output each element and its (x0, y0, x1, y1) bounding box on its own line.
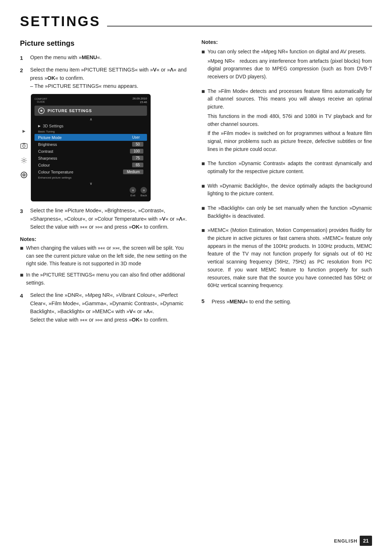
left-notes-list: ■ When changing the values with »‹« or »… (20, 244, 187, 287)
footer-page-number: 21 (360, 536, 372, 546)
tv-datetime: 26.09.201015:46 (132, 97, 147, 105)
picture-icon (20, 142, 28, 150)
step-5-wrapper: 5 Press »MENU« to end the setting. (201, 298, 372, 306)
two-column-layout: Picture settings 1 Open the menu with »M… (20, 39, 372, 327)
right-note-5-p1: The »Backlight« can only be set manually… (208, 204, 372, 220)
note-bullet-1: ■ (20, 244, 24, 268)
sharpness-label: Sharpness (38, 156, 57, 160)
step-5: 5 Press »MENU« to end the setting. (201, 298, 372, 306)
step-2: 2 Select the menu item »PICTURE SETTINGS… (20, 66, 187, 90)
brightness-label: Brightness (38, 142, 57, 147)
left-notes-section: Notes: ■ When changing the values with »… (20, 236, 187, 287)
page-footer: ENGLISH 21 (334, 536, 372, 546)
step-5-content: Press »MENU« to end the setting. (212, 298, 372, 306)
right-note-5: ■ The »Backlight« can only be set manual… (201, 204, 372, 221)
header-line (107, 26, 372, 26)
svg-rect-3 (23, 143, 25, 144)
step-5-number: 5 (201, 298, 208, 306)
back-btn-label: Back (140, 194, 147, 197)
right-note-bullet-5: ■ (201, 204, 205, 221)
colour-value: 65 (132, 163, 143, 167)
right-note-6-p1: »MEMC« (Motion Estimation, Motion Compen… (208, 226, 372, 290)
right-note-3: ■ The function »Dynamic Contrast« adapts… (201, 160, 372, 177)
step-4: 4 Select the line »DNR«, »Mpeg NR«, »Vib… (20, 291, 187, 324)
steps-list-2: 3 Select the line »Picture Mode«, »Brigh… (20, 207, 187, 231)
tv-menu-body: ▶ 3D Settings Basic Tuning Picture Mode … (34, 122, 147, 181)
svg-point-2 (23, 145, 25, 147)
right-note-bullet-1: ■ (201, 48, 205, 82)
left-notes-heading: Notes: (20, 236, 187, 242)
colour-label: Colour (38, 163, 50, 167)
right-note-2-p1: The »Film Mode« detects and processes fe… (208, 87, 372, 111)
tv-top-bar: COMFORTGUIDE 26.09.201015:46 (34, 97, 147, 105)
menu-category-basic: Basic Tuning (34, 129, 147, 134)
menu-row-colour: Colour 65 (34, 162, 147, 168)
right-note-2-p3: If the »Film mode« is switched on for pr… (208, 130, 372, 153)
step-2-content: Select the menu item »PICTURE SETTINGS« … (30, 66, 187, 90)
menu-category-enhanced: Enhanced picture settings (34, 175, 147, 180)
back-btn-dot (143, 189, 145, 191)
back-button: Back (140, 187, 147, 197)
left-note-1: ■ When changing the values with »‹« or »… (20, 244, 187, 268)
left-column: Picture settings 1 Open the menu with »M… (20, 39, 187, 327)
picture-mode-value: User (128, 135, 143, 140)
contrast-label: Contrast (38, 149, 53, 154)
right-note-3-text: The function »Dynamic Contrast« adapts t… (208, 160, 372, 177)
colour-temp-label: Colour Temperature (38, 170, 73, 174)
settings-icon (20, 156, 28, 164)
tv-header-icon (38, 107, 45, 114)
note-bullet-2: ■ (20, 271, 24, 287)
right-note-2: ■ The »Film Mode« detects and processes … (201, 87, 372, 155)
right-note-1-p2: »Mpeg NR« reduces any interference from … (208, 57, 372, 81)
right-note-3-p1: The function »Dynamic Contrast« adapts t… (208, 160, 372, 175)
tv-screen: COMFORTGUIDE 26.09.201015:46 PICTURE SET… (31, 94, 151, 202)
page-container: SETTINGS Picture settings 1 Open the men… (0, 0, 392, 349)
step-1-content: Open the menu with »MENU«. (30, 53, 187, 62)
steps-list: 1 Open the menu with »MENU«. 2 Select th… (20, 53, 187, 90)
menu-row-picture-mode: Picture Mode User (34, 134, 147, 141)
brightness-value: 50 (132, 142, 143, 147)
tv-screen-wrapper: COMFORTGUIDE 26.09.201015:46 PICTURE SET… (20, 94, 187, 202)
picture-mode-label: Picture Mode (38, 135, 62, 140)
menu-arrow-icon (20, 127, 28, 135)
steps-list-3: 4 Select the line »DNR«, »Mpeg NR«, »Vib… (20, 291, 187, 324)
tv-bottom-bar: Exit Back (34, 187, 147, 197)
right-note-2-text: The »Film Mode« detects and processes fe… (208, 87, 372, 155)
right-note-bullet-2: ■ (201, 87, 205, 155)
right-note-1-p1: You can only select the »Mpeg NR« functi… (208, 48, 372, 56)
right-note-1-text: You can only select the »Mpeg NR« functi… (208, 48, 372, 82)
tv-icon-dot (40, 110, 42, 112)
svg-rect-1 (21, 144, 27, 148)
comfort-guide-label: COMFORTGUIDE (34, 98, 47, 104)
right-notes-list: ■ You can only select the »Mpeg NR« func… (201, 48, 372, 291)
left-note-1-text: When changing the values with »‹« or »›«… (26, 244, 187, 268)
colour-temp-value: Medium (123, 169, 143, 174)
arrow-right-icon: ▶ (38, 124, 41, 128)
svg-point-7 (23, 174, 25, 176)
menu-3d-label: 3D Settings (43, 124, 64, 128)
step-4-number: 4 (20, 291, 26, 324)
tv-menu-row-3d: ▶ 3D Settings (34, 123, 147, 129)
right-note-bullet-4: ■ (201, 182, 205, 199)
footer-language: ENGLISH (334, 538, 358, 544)
right-note-6-text: »MEMC« (Motion Estimation, Motion Compen… (208, 226, 372, 291)
menu-row-contrast: Contrast 100 (34, 148, 147, 155)
contrast-value: 100 (130, 149, 143, 154)
step-1: 1 Open the menu with »MENU«. (20, 53, 187, 62)
right-note-bullet-6: ■ (201, 226, 205, 291)
step-3-number: 3 (20, 207, 26, 231)
step-3-content: Select the line »Picture Mode«, »Brightn… (30, 207, 187, 231)
step-2-number: 2 (20, 66, 26, 90)
right-note-5-text: The »Backlight« can only be set manually… (208, 204, 372, 221)
exit-btn-circle (130, 187, 136, 193)
right-note-1: ■ You can only select the »Mpeg NR« func… (201, 48, 372, 82)
tv-header-row: PICTURE SETTINGS (34, 106, 147, 116)
left-note-2: ■ In the »PICTURE SETTINGS« menu you can… (20, 271, 187, 287)
display-icon (20, 171, 28, 179)
step-4-content: Select the line »DNR«, »Mpeg NR«, »Vibra… (30, 291, 187, 324)
left-note-2-text: In the »PICTURE SETTINGS« menu you can a… (26, 271, 187, 287)
svg-point-4 (23, 159, 25, 162)
menu-row-brightness: Brightness 50 (34, 141, 147, 148)
right-note-6: ■ »MEMC« (Motion Estimation, Motion Comp… (201, 226, 372, 291)
right-note-4-p1: With »Dynamic Backlight«, the device opt… (208, 182, 372, 198)
